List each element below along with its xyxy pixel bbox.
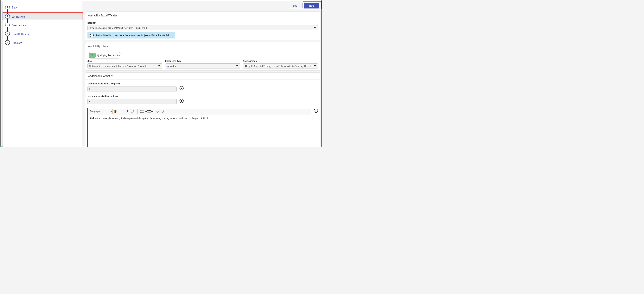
- svg-text:1: 1: [147, 110, 148, 112]
- svg-text:2: 2: [147, 112, 148, 113]
